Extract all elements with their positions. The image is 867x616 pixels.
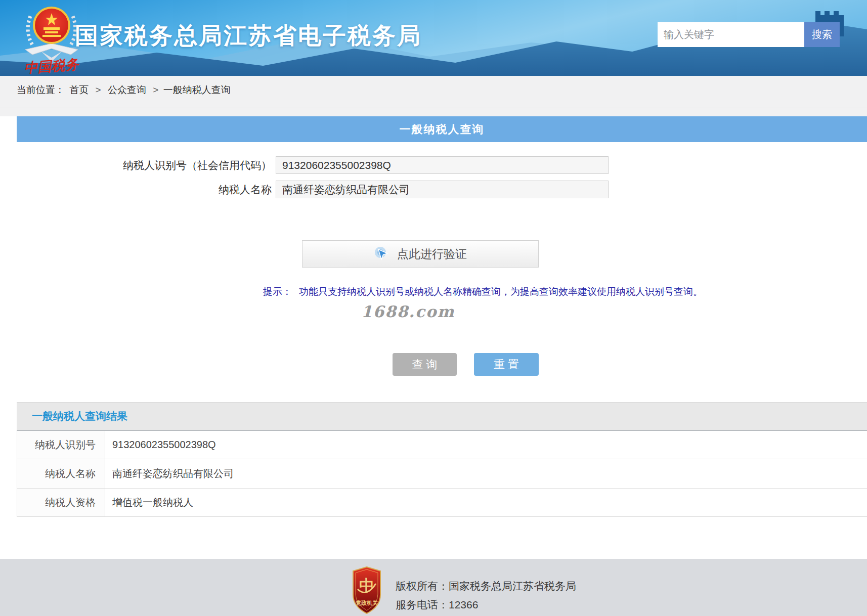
site-footer: 中 党政机关 版权所有：国家税务总局江苏省税务局 服务电话：12366 — [0, 559, 867, 616]
result-taxpayer-name-value: 南通纤姿恋纺织品有限公司 — [105, 459, 234, 488]
breadcrumb-prefix: 当前位置： — [17, 84, 65, 95]
watermark: 1688.com — [361, 302, 455, 321]
footer-text: 版权所有：国家税务总局江苏省税务局 服务电话：12366 — [396, 577, 576, 614]
hint-label: 提示： — [263, 286, 292, 297]
copyright-text: 版权所有：国家税务总局江苏省税务局 — [396, 577, 576, 595]
verify-button-label: 点此进行验证 — [397, 246, 467, 262]
table-row: 纳税人资格 增值税一般纳税人 — [17, 489, 867, 517]
cursor-click-icon — [374, 246, 390, 262]
taxpayer-id-input[interactable] — [276, 156, 609, 174]
result-taxpayer-qualification-label: 纳税人资格 — [17, 489, 105, 516]
breadcrumb: 当前位置： 首页 > 公众查询 > 一般纳税人查询 — [17, 83, 231, 97]
table-row: 纳税人识别号 91320602355002398Q — [17, 431, 867, 459]
result-taxpayer-id-value: 91320602355002398Q — [105, 431, 216, 459]
result-taxpayer-qualification-value: 增值税一般纳税人 — [105, 489, 193, 516]
query-button[interactable]: 查 询 — [393, 353, 457, 376]
party-government-badge-icon: 中 党政机关 — [353, 566, 381, 614]
taxpayer-id-label: 纳税人识别号（社会信用代码） — [17, 156, 272, 174]
verify-button[interactable]: 点此进行验证 — [302, 240, 539, 268]
general-taxpayer-query-page: 中国税务 国家税务总局江苏省电子税务局 搜索 当前位置： 首页 > 公众查询 >… — [0, 0, 867, 616]
site-title: 国家税务总局江苏省电子税务局 — [75, 20, 422, 52]
table-row: 纳税人名称 南通纤姿恋纺织品有限公司 — [17, 459, 867, 489]
query-hint: 提示：功能只支持纳税人识别号或纳税人名称精确查询，为提高查询效率建议使用纳税人识… — [263, 285, 703, 298]
taxpayer-name-input[interactable] — [276, 181, 609, 198]
breadcrumb-separator: > — [153, 84, 158, 95]
service-phone: 服务电话：12366 — [396, 595, 576, 614]
taxpayer-name-label: 纳税人名称 — [17, 181, 272, 198]
divider — [0, 108, 867, 108]
search-input[interactable] — [658, 22, 804, 47]
hint-text: 功能只支持纳税人识别号或纳税人名称精确查询，为提高查询效率建议使用纳税人识别号查… — [299, 286, 703, 297]
result-taxpayer-id-label: 纳税人识别号 — [17, 431, 105, 459]
result-taxpayer-name-label: 纳税人名称 — [17, 459, 105, 488]
site-search: 搜索 — [658, 22, 840, 47]
breadcrumb-separator: > — [96, 84, 101, 95]
results-table: 纳税人识别号 91320602355002398Q 纳税人名称 南通纤姿恋纺织品… — [17, 431, 867, 517]
search-button[interactable]: 搜索 — [804, 22, 840, 47]
china-tax-emblem-logo: 中国税务 — [21, 1, 82, 75]
reset-button[interactable]: 重 置 — [474, 353, 539, 376]
badge-label: 党政机关 — [356, 600, 378, 606]
breadcrumb-home-link[interactable]: 首页 — [69, 84, 89, 95]
breadcrumb-bar: 当前位置： 首页 > 公众查询 > 一般纳税人查询 — [0, 76, 867, 116]
site-header: 中国税务 国家税务总局江苏省电子税务局 搜索 — [0, 0, 867, 76]
results-title: 一般纳税人查询结果 — [17, 402, 867, 431]
query-results-section: 一般纳税人查询结果 纳税人识别号 91320602355002398Q 纳税人名… — [17, 402, 867, 517]
breadcrumb-current: 一般纳税人查询 — [163, 84, 231, 95]
page-title: 一般纳税人查询 — [17, 116, 867, 142]
breadcrumb-public-query-link[interactable]: 公众查询 — [108, 84, 146, 95]
logo-caption: 中国税务 — [23, 56, 80, 75]
